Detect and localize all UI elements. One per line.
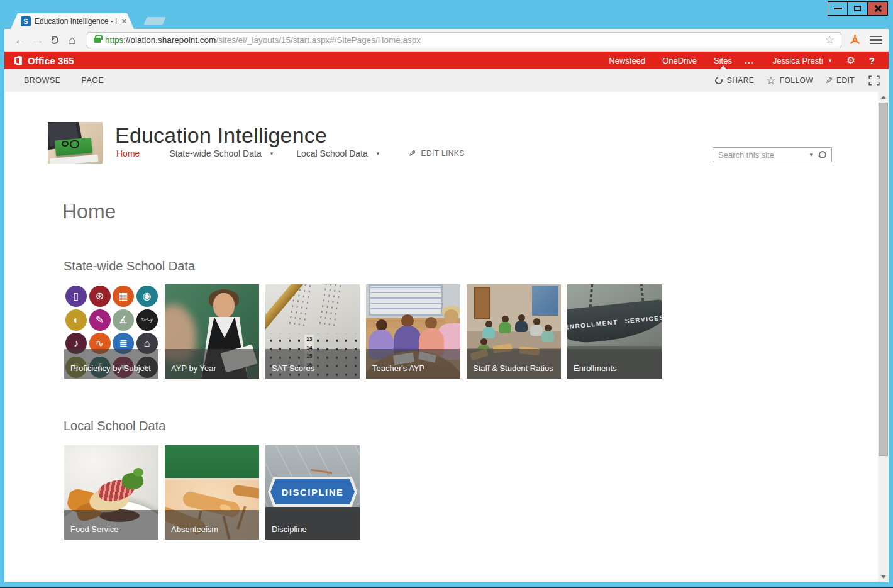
statewide-caret-icon[interactable]: ▾ [270,150,274,157]
browser-window: S Education Intelligence - H × ← → ⌂ htt… [0,0,893,588]
user-menu[interactable]: Jessica Presti [773,56,823,65]
chalkboard-art [165,445,259,480]
discipline-sign: DISCIPLINE [268,477,357,507]
tile-ayp-by-year[interactable]: AYP by Year [165,284,259,379]
tab-title: Education Intelligence - H [35,17,118,26]
browser-menu-icon[interactable] [870,34,882,47]
edit-links-pencil-icon: ✎ [408,148,416,158]
scrollbar-thumb[interactable] [879,103,888,456]
page-viewport: Education Intelligence Home State-wide S… [4,92,889,582]
office365-logo[interactable]: Office 365 [13,55,74,66]
chain-art [589,284,593,307]
minimize-icon [834,8,842,9]
site-navigation: Home State-wide School Data ▾ Local Scho… [116,148,465,158]
whiteboard-art [369,284,443,316]
reload-icon[interactable] [50,36,58,44]
search-scope-caret-icon[interactable]: ▾ [809,152,813,158]
tile-food-service[interactable]: Food Service [64,445,158,540]
tile-teachers-ayp[interactable]: Teacher's AYP [366,284,460,379]
tile-staff-student-ratios[interactable]: Staff & Student Ratios [467,284,561,379]
bookmark-star-icon[interactable]: ☆ [825,33,835,47]
enrollment-sign-text: ENROLLMENT SERVICES [567,314,662,330]
local-caret-icon[interactable]: ▾ [377,150,380,157]
suite-link-sites[interactable]: Sites [714,56,732,65]
enrollment-sign: ENROLLMENT SERVICES [567,299,662,345]
browser-toolbar: ← → ⌂ https://olation.sharepoint.com/sit… [4,29,889,52]
suite-link-newsfeed[interactable]: Newsfeed [609,56,645,65]
edit-button[interactable]: ✎EDIT [825,75,855,86]
suite-link-sites-label: Sites [714,56,732,65]
section-heading-statewide: State-wide School Data [64,259,195,274]
focus-on-content-icon[interactable] [868,75,880,86]
math-formula-icon: 3x²=y [136,309,158,331]
help-icon[interactable]: ? [869,55,875,66]
teacher-head-art [213,293,235,318]
follow-button[interactable]: ☆FOLLOW [766,75,813,86]
tile-sat-scores[interactable]: 13 14 15 16 SAT Scores [265,284,360,379]
close-icon [874,4,882,13]
tile-label: SAT Scores [265,349,360,379]
chair-art [232,484,259,499]
close-button[interactable] [868,1,888,16]
user-caret-icon[interactable]: ▾ [829,57,832,64]
tile-label: Proficiency by Subject [64,349,158,379]
pens-icon: ✎ [89,309,111,331]
tile-absenteeism[interactable]: Absenteeism [165,445,259,540]
nav-item-local[interactable]: Local School Data [296,148,368,158]
tile-proficiency-by-subject[interactable]: ▯⊛▦◉◐✎∡3x²=y♪∿≣⌂§∮♥▸ Proficiency by Subj… [64,284,158,379]
person-art [499,322,511,333]
settings-gear-icon[interactable]: ⚙ [846,55,855,66]
browser-tab[interactable]: S Education Intelligence - H × [11,13,134,29]
search-magnifier-icon[interactable] [818,150,827,159]
vertical-scrollbar[interactable] [878,92,889,582]
scroll-down-button[interactable] [878,572,889,582]
nav-item-home[interactable]: Home [116,148,140,158]
ribbon-tab-page[interactable]: PAGE [82,76,104,85]
maximize-button[interactable] [848,1,868,16]
door-icon: ▯ [65,286,87,307]
atom-icon: ⊛ [89,286,111,307]
follow-star-icon: ☆ [766,75,776,86]
url-text: https://olation.sharepoint.com/sites/ei/… [105,35,820,45]
tab-close-icon[interactable]: × [121,16,126,26]
edit-links-button[interactable]: ✎EDIT LINKS [408,148,464,158]
chain-art [640,284,643,301]
extension-sprocket-icon[interactable] [849,34,861,46]
tile-enrollments[interactable]: ENROLLMENT SERVICES Enrollments [567,284,662,379]
person-art [541,331,554,342]
edit-label: EDIT [836,76,855,85]
url-domain: ://olation.sharepoint.com [123,35,216,45]
answer-column-art [318,284,343,328]
tile-label: Enrollments [567,349,662,379]
new-tab-button[interactable] [143,17,166,25]
url-protocol: https [105,35,123,45]
site-logo[interactable] [48,122,103,164]
office365-brand: Office 365 [28,55,74,66]
psychology-icon: ◐ [65,309,87,331]
forward-icon[interactable]: → [29,34,47,46]
suite-ellipsis-button[interactable]: ... [745,55,754,65]
suite-link-onedrive[interactable]: OneDrive [662,56,697,65]
person-art [515,321,528,332]
tile-label: Staff & Student Ratios [467,349,561,379]
sharepoint-favicon-icon: S [21,16,31,26]
share-icon [714,75,724,86]
scroll-down-icon [881,575,886,579]
scroll-up-button[interactable] [878,92,889,103]
teacher-art [444,309,458,324]
student-art [401,314,414,327]
edit-links-label: EDIT LINKS [421,149,465,158]
ribbon-tab-browse[interactable]: BROWSE [24,76,61,85]
search-input[interactable] [718,150,809,160]
office365-suite-bar: Office 365 Newsfeed OneDrive Sites ... J… [4,52,889,69]
address-bar[interactable]: https://olation.sharepoint.com/sites/ei/… [87,32,841,48]
site-title: Education Intelligence [115,123,327,148]
window-controls [828,1,888,16]
tile-label: Food Service [64,510,158,540]
minimize-button[interactable] [828,1,848,16]
home-icon[interactable]: ⌂ [64,34,81,46]
back-icon[interactable]: ← [11,34,29,46]
tile-discipline[interactable]: DISCIPLINE Discipline [265,445,360,540]
share-button[interactable]: SHARE [715,76,754,85]
nav-item-statewide[interactable]: State-wide School Data [169,148,261,158]
